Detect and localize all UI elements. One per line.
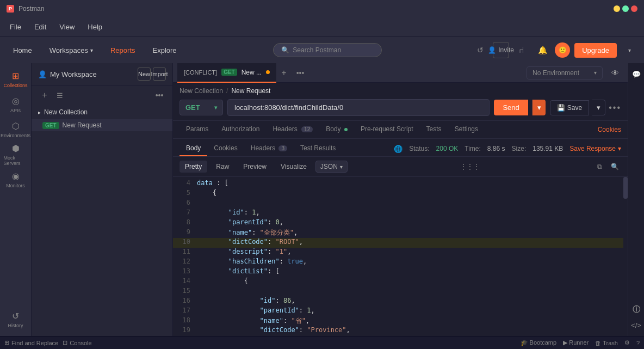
env-view-icon[interactable]: 👁 bbox=[607, 65, 623, 81]
code-line: 13 "dictList": [ bbox=[173, 267, 628, 277]
filter-icon[interactable]: ⋮⋮⋮ bbox=[463, 160, 476, 173]
response-tabs-left: Body Cookies Headers 3 Test Results bbox=[179, 141, 342, 156]
menu-file[interactable]: File bbox=[4, 21, 27, 33]
headers-count-badge: 12 bbox=[301, 126, 313, 132]
collection-request-item[interactable]: GET New Request bbox=[32, 119, 172, 131]
tab-pre-request[interactable]: Pre-request Script bbox=[354, 121, 420, 138]
save-label: Save bbox=[567, 104, 582, 112]
collection-header[interactable]: ▸ New Collection bbox=[32, 105, 172, 119]
send-dropdown-button[interactable]: ▾ bbox=[532, 100, 546, 115]
sidebar: ⊞ Collections ◎ APIs ⬡ Environments ⬢ Mo… bbox=[0, 63, 32, 336]
send-button[interactable]: Send bbox=[494, 100, 528, 115]
sidebar-item-monitors[interactable]: ◉ Monitors bbox=[4, 168, 28, 192]
top-bar-right: ↺ 👤 Invite ⑁ 🔔 🙂 Upgrade ▾ bbox=[472, 42, 637, 58]
console-icon: ⊡ bbox=[63, 339, 67, 346]
save-response-button[interactable]: Save Response ▾ bbox=[569, 145, 621, 152]
console-button[interactable]: ⊡ Console bbox=[63, 339, 91, 346]
code-line: 7 "id": 1, bbox=[173, 209, 628, 218]
sidebar-label-apis: APIs bbox=[10, 108, 21, 113]
sync-icon[interactable]: ↺ bbox=[472, 42, 488, 58]
response-tab-body[interactable]: Body bbox=[179, 141, 207, 156]
add-tab-button[interactable]: + bbox=[276, 65, 292, 81]
app-title: Postman bbox=[18, 5, 44, 13]
add-collection-icon[interactable]: + bbox=[38, 89, 51, 102]
maximize-btn[interactable] bbox=[622, 5, 629, 12]
environment-selector[interactable]: No Environment ▾ bbox=[527, 66, 603, 79]
menu-view[interactable]: View bbox=[54, 21, 80, 33]
request-area: New Collection / New Request GET ▾ Send … bbox=[173, 83, 628, 121]
code-line: 15 bbox=[173, 287, 628, 297]
menu-edit[interactable]: Edit bbox=[29, 21, 52, 33]
comments-icon[interactable]: 💬 bbox=[630, 68, 643, 81]
view-raw-btn[interactable]: Raw bbox=[210, 161, 234, 173]
tab-authorization[interactable]: Authorization bbox=[215, 121, 266, 138]
code-line: 5 { bbox=[173, 189, 628, 199]
view-preview-btn[interactable]: Preview bbox=[238, 161, 272, 173]
format-selector[interactable]: JSON ▾ bbox=[315, 161, 348, 173]
scrollbar-thumb[interactable] bbox=[623, 177, 628, 199]
sidebar-item-mock-servers[interactable]: ⬢ Mock Servers bbox=[4, 143, 28, 167]
fork-icon[interactable]: ⑁ bbox=[513, 42, 530, 58]
nav-explore[interactable]: Explore bbox=[146, 43, 183, 58]
save-dropdown-button[interactable]: ▾ bbox=[592, 100, 605, 115]
panel-toolbar: + ☰ ••• bbox=[32, 85, 172, 105]
new-button[interactable]: New bbox=[138, 68, 151, 81]
view-visualize-btn[interactable]: Visualize bbox=[275, 161, 312, 173]
nav-workspaces[interactable]: Workspaces▾ bbox=[43, 43, 100, 58]
more-options-button[interactable]: ••• bbox=[609, 103, 621, 113]
titlebar: P Postman bbox=[0, 0, 644, 17]
view-pretty-btn[interactable]: Pretty bbox=[179, 161, 207, 173]
response-tab-cookies[interactable]: Cookies bbox=[207, 141, 244, 156]
request-tab-active[interactable]: [CONFLICT] GET New ... bbox=[177, 63, 276, 83]
tab-tests[interactable]: Tests bbox=[420, 121, 448, 138]
search-code-icon[interactable]: 🔍 bbox=[608, 160, 621, 173]
runner-label[interactable]: ▶ Runner bbox=[563, 339, 589, 346]
settings-icon[interactable]: ⚙ bbox=[624, 339, 630, 346]
trash-label[interactable]: 🗑 Trash bbox=[595, 340, 618, 346]
breadcrumb-collection: New Collection bbox=[179, 87, 223, 95]
console-label: Console bbox=[70, 340, 91, 346]
method-selector[interactable]: GET ▾ bbox=[179, 100, 223, 115]
upgrade-button[interactable]: Upgrade bbox=[574, 43, 617, 58]
tabs-menu-button[interactable]: ••• bbox=[294, 66, 307, 79]
code-view[interactable]: 4 data : [ 5 { 6 7 "id": 1, 8 bbox=[173, 177, 628, 336]
env-placeholder: No Environment bbox=[532, 69, 579, 77]
sidebar-label-mock-servers: Mock Servers bbox=[4, 155, 28, 166]
save-button[interactable]: 💾 Save bbox=[550, 100, 589, 115]
nav-home[interactable]: Home bbox=[7, 43, 39, 58]
menu-help[interactable]: Help bbox=[82, 21, 108, 33]
minimize-btn[interactable] bbox=[614, 5, 620, 12]
time-label: Time: bbox=[465, 145, 481, 152]
copy-icon[interactable]: ⧉ bbox=[593, 160, 606, 173]
sidebar-item-apis[interactable]: ◎ APIs bbox=[4, 93, 28, 117]
bootcamp-label[interactable]: 🎓 Bootcamp bbox=[521, 339, 557, 346]
bell-icon[interactable]: 🔔 bbox=[534, 42, 550, 58]
sort-icon[interactable]: ☰ bbox=[53, 89, 66, 102]
user-avatar[interactable]: 🙂 bbox=[555, 42, 570, 58]
invite-btn[interactable]: 👤 Invite bbox=[493, 42, 509, 58]
cookies-button[interactable]: Cookies bbox=[598, 126, 621, 133]
sidebar-item-collections[interactable]: ⊞ Collections bbox=[4, 68, 28, 91]
response-tab-test-results[interactable]: Test Results bbox=[294, 141, 342, 156]
tab-params[interactable]: Params bbox=[179, 121, 215, 138]
sidebar-item-history[interactable]: ↺ History bbox=[4, 308, 28, 332]
nav-reports[interactable]: Reports bbox=[104, 43, 142, 58]
find-replace-button[interactable]: ⊞ Find and Replace bbox=[4, 339, 58, 346]
code-snippet-icon[interactable]: </> bbox=[630, 319, 643, 332]
mock-servers-icon: ⬢ bbox=[12, 143, 20, 154]
tab-settings[interactable]: Settings bbox=[448, 121, 485, 138]
tab-body[interactable]: Body bbox=[319, 121, 354, 138]
status-bar: ⊞ Find and Replace ⊡ Console 🎓 Bootcamp … bbox=[0, 336, 644, 349]
collection-menu-icon[interactable]: ••• bbox=[153, 89, 166, 102]
response-tab-headers[interactable]: Headers 3 bbox=[244, 141, 294, 156]
tab-headers[interactable]: Headers 12 bbox=[266, 121, 319, 138]
help-icon[interactable]: ? bbox=[636, 340, 640, 346]
info-icon[interactable]: ⓘ bbox=[630, 303, 643, 316]
url-input[interactable] bbox=[227, 99, 490, 116]
code-line: 8 "parentId": 0, bbox=[173, 218, 628, 228]
close-btn[interactable] bbox=[631, 5, 637, 12]
upgrade-dropdown-icon[interactable]: ▾ bbox=[621, 42, 637, 58]
sidebar-item-environments[interactable]: ⬡ Environments bbox=[4, 118, 28, 142]
import-button[interactable]: Import bbox=[153, 68, 166, 81]
search-bar[interactable]: 🔍 Search Postman bbox=[273, 43, 382, 57]
